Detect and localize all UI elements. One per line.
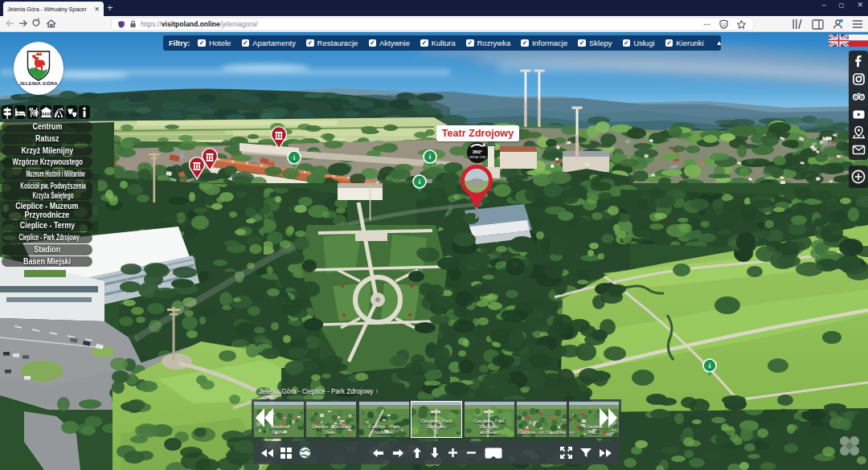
svg-text:JELENIA GÓRA: JELENIA GÓRA	[19, 80, 58, 86]
svg-text:360°: 360°	[473, 149, 483, 154]
svg-text:VIRTUAL TOUR: VIRTUAL TOUR	[469, 156, 485, 159]
